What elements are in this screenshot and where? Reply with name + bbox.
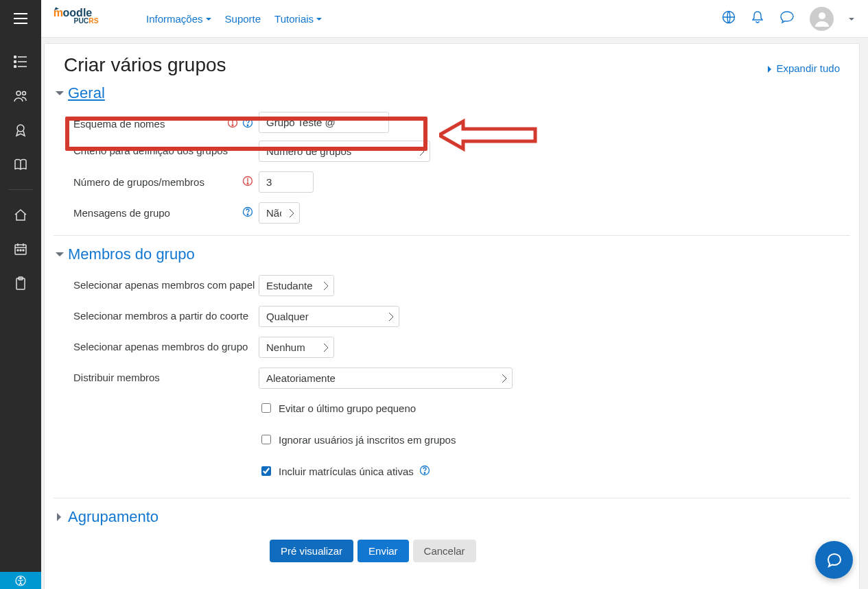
chat-widget-button[interactable] bbox=[815, 541, 853, 579]
messages-select[interactable]: Não bbox=[259, 202, 300, 224]
svg-point-25 bbox=[247, 183, 248, 184]
cancel-button[interactable]: Cancelar bbox=[413, 540, 476, 562]
distribute-select[interactable]: Aleatoriamente bbox=[259, 368, 513, 389]
hamburger-button[interactable] bbox=[0, 0, 41, 38]
nav-list-icon[interactable] bbox=[0, 48, 41, 75]
help-icon[interactable] bbox=[419, 465, 430, 478]
only-active-checkbox[interactable]: Incluir matrículas única ativas bbox=[259, 464, 430, 478]
nav-tutoriais[interactable]: Tutoriais bbox=[274, 13, 322, 25]
svg-point-5 bbox=[819, 12, 825, 19]
section-geral-header[interactable]: Geral bbox=[56, 84, 840, 102]
chat-icon[interactable] bbox=[779, 10, 795, 27]
svg-point-10 bbox=[23, 92, 26, 95]
svg-point-14 bbox=[20, 250, 21, 251]
divider bbox=[54, 498, 850, 498]
nav-calendar-icon[interactable] bbox=[0, 235, 41, 263]
section-agrupamento-header[interactable]: Agrupamento bbox=[56, 508, 840, 526]
required-icon bbox=[242, 176, 253, 189]
top-header: m oodle PUC RS Informações Suporte Tutor… bbox=[0, 0, 868, 38]
moodle-logo[interactable]: m oodle PUC RS bbox=[51, 5, 134, 32]
language-icon[interactable] bbox=[722, 10, 736, 27]
header-nav: Informações Suporte Tutoriais bbox=[146, 13, 322, 25]
divider bbox=[54, 235, 850, 236]
svg-text:PUC: PUC bbox=[74, 17, 89, 25]
label-role: Selecionar apenas membros com papel bbox=[73, 275, 259, 291]
svg-point-13 bbox=[17, 250, 19, 251]
chevron-down-icon bbox=[56, 91, 64, 99]
nav-clipboard-icon[interactable] bbox=[0, 269, 41, 297]
count-input[interactable] bbox=[259, 171, 314, 193]
nav-informacoes[interactable]: Informações bbox=[146, 13, 211, 25]
chevron-right-icon bbox=[768, 66, 775, 73]
nav-badge-icon[interactable] bbox=[0, 117, 41, 144]
label-cohort: Selecionar membros a partir do coorte bbox=[73, 306, 259, 322]
bell-icon[interactable] bbox=[751, 10, 764, 27]
nav-divider bbox=[8, 189, 33, 190]
svg-point-29 bbox=[424, 472, 425, 474]
role-select[interactable]: Estudante bbox=[259, 275, 334, 296]
caret-down-icon bbox=[316, 18, 322, 23]
avoid-small-checkbox[interactable]: Evitar o último grupo pequeno bbox=[259, 401, 416, 415]
side-nav bbox=[0, 38, 41, 589]
nav-suporte[interactable]: Suporte bbox=[225, 13, 261, 25]
svg-text:RS: RS bbox=[89, 17, 98, 25]
chevron-down-icon bbox=[56, 252, 64, 261]
svg-point-11 bbox=[17, 125, 24, 132]
svg-point-9 bbox=[16, 91, 21, 95]
header-right bbox=[722, 7, 868, 31]
caret-down-icon bbox=[206, 18, 211, 23]
preview-button[interactable]: Pré visualizar bbox=[270, 540, 353, 562]
svg-point-19 bbox=[20, 577, 21, 578]
svg-text:oodle: oodle bbox=[63, 7, 93, 19]
nav-users-icon[interactable] bbox=[0, 82, 41, 110]
svg-marker-30 bbox=[439, 121, 535, 149]
annotation-arrow-icon bbox=[439, 118, 542, 152]
help-icon[interactable] bbox=[242, 206, 253, 219]
svg-point-8 bbox=[14, 66, 16, 68]
annotation-callout-box bbox=[65, 117, 427, 151]
section-membros-header[interactable]: Membros do grupo bbox=[56, 245, 840, 263]
accessibility-button[interactable] bbox=[0, 572, 41, 589]
avatar[interactable] bbox=[810, 7, 834, 31]
label-from-group: Selecionar apenas membros do grupo bbox=[73, 337, 259, 352]
svg-point-27 bbox=[247, 214, 248, 215]
svg-point-15 bbox=[23, 250, 24, 251]
user-menu-caret-icon[interactable] bbox=[849, 18, 854, 23]
label-count: Número de grupos/membros bbox=[73, 171, 259, 189]
label-distribute: Distribuir membros bbox=[73, 368, 259, 383]
nav-home-icon[interactable] bbox=[0, 201, 41, 228]
nav-book-icon[interactable] bbox=[0, 151, 41, 178]
form-actions: Pré visualizar Enviar Cancelar bbox=[270, 540, 840, 562]
svg-point-6 bbox=[14, 56, 16, 58]
cohort-select[interactable]: Qualquer bbox=[259, 306, 399, 327]
label-messages: Mensagens de grupo bbox=[73, 202, 259, 219]
chevron-right-icon bbox=[57, 513, 65, 521]
svg-point-7 bbox=[14, 61, 16, 63]
ignore-enrolled-checkbox[interactable]: Ignorar usuários já inscritos em grupos bbox=[259, 433, 456, 446]
from-group-select[interactable]: Nenhum bbox=[259, 337, 334, 358]
submit-button[interactable]: Enviar bbox=[357, 540, 409, 562]
